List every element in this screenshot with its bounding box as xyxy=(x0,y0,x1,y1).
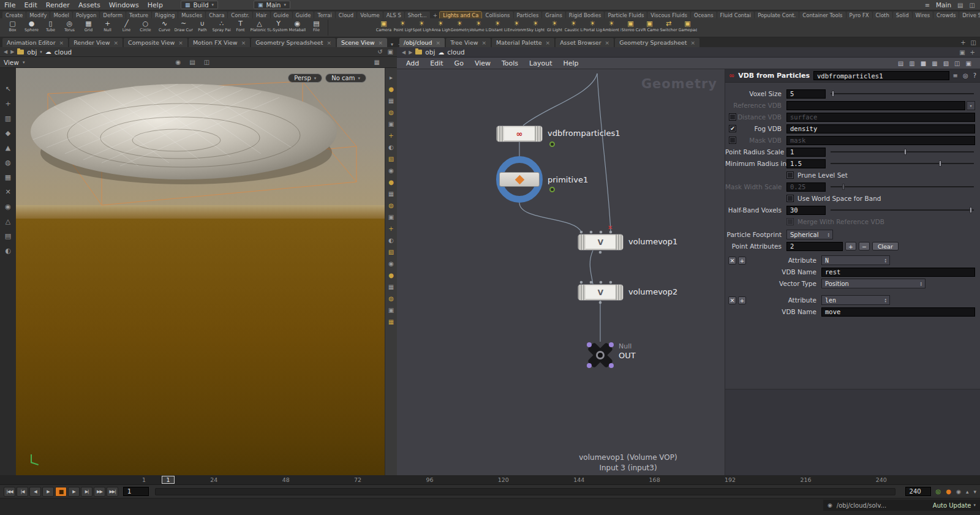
update-mode-selector[interactable]: Auto Update ▾ xyxy=(933,502,976,509)
menubar-item[interactable]: Help xyxy=(143,1,167,9)
shelf-tool[interactable]: ▣ Camera xyxy=(374,18,393,37)
breadcrumb-root[interactable]: obj xyxy=(27,48,37,56)
display-option-icon[interactable]: ▦ xyxy=(388,318,394,325)
desktop-selector[interactable]: ▦ Build ▾ xyxy=(181,1,218,9)
panes-icon[interactable]: ◫ xyxy=(971,39,976,46)
display-option-icon[interactable]: + xyxy=(388,132,393,139)
remove-multiparm-button[interactable]: ✕ xyxy=(728,257,736,265)
network-toolbar-icon[interactable]: ▣ xyxy=(966,60,971,67)
snap-icon[interactable]: ◫ xyxy=(204,59,209,66)
shelf-tab[interactable]: Grains xyxy=(542,12,565,18)
shelf-tab[interactable]: Populate Cont. xyxy=(755,12,799,18)
add-shelf-tab-button[interactable]: + xyxy=(431,12,440,18)
attribute-2-select[interactable]: len ▴▾ xyxy=(821,295,890,305)
minimum-radius-slider[interactable] xyxy=(831,159,975,168)
close-icon[interactable]: × xyxy=(379,40,383,46)
prune-level-set-checkbox[interactable] xyxy=(786,171,794,179)
projection-selector[interactable]: Persp ▾ xyxy=(288,73,322,83)
menubar-item[interactable]: File xyxy=(0,1,20,9)
node-primitive1[interactable] xyxy=(499,172,540,187)
shelf-tool[interactable]: ☀ Ambient Light xyxy=(602,18,621,37)
shelf-tab[interactable]: Model xyxy=(50,12,72,18)
display-flag[interactable] xyxy=(549,141,555,147)
menubar-item[interactable]: Render xyxy=(42,1,74,9)
shelf-tab[interactable]: Volume xyxy=(357,12,383,18)
shelf-tab[interactable]: Create xyxy=(2,12,26,18)
playback-button[interactable]: ▶| xyxy=(81,487,92,497)
shelf-tab[interactable]: Cloth xyxy=(873,12,892,18)
select-mode-icon[interactable]: ▤ xyxy=(189,59,195,66)
display-option-icon[interactable]: ◍ xyxy=(388,202,394,209)
playback-button[interactable]: ▶ xyxy=(68,487,80,497)
shelf-tool[interactable]: ○ Circle xyxy=(136,18,155,37)
add-attribute-button[interactable]: + xyxy=(845,242,856,250)
audio-icon[interactable]: ◉ xyxy=(956,489,961,495)
shelf-tab[interactable]: Collisions xyxy=(482,12,513,18)
mask-vdb-input[interactable]: mask xyxy=(786,136,975,145)
network-menu-item[interactable]: Add xyxy=(401,59,424,67)
scheme-selector[interactable]: ▣ Main ▾ xyxy=(254,1,290,9)
network-menu-item[interactable]: Go xyxy=(449,59,469,67)
playback-button[interactable]: |◀ xyxy=(17,487,28,497)
display-option-icon[interactable]: ● xyxy=(388,179,394,186)
shelf-tool[interactable]: ~ Draw Curve xyxy=(174,18,193,37)
playback-mode-icon[interactable]: ● xyxy=(946,488,951,495)
shelf-tool[interactable]: ∴ Spray Paint xyxy=(212,18,231,37)
display-option-icon[interactable]: ◉ xyxy=(388,260,394,267)
shelf-tab[interactable]: Drive Simula xyxy=(959,12,980,18)
menubar-item[interactable]: Assets xyxy=(74,1,105,9)
viewport-tool-icon[interactable]: ▥ xyxy=(5,115,11,122)
shelf-tool[interactable]: ▢ Box xyxy=(3,18,22,37)
shelf-tab[interactable]: Muscles xyxy=(178,12,205,18)
attribute-1-select[interactable]: N ▴▾ xyxy=(821,255,890,265)
menubar-item[interactable]: Windows xyxy=(105,1,143,9)
panes-icon[interactable]: ◫ xyxy=(970,2,975,9)
pane-tab[interactable]: Asset Browser × xyxy=(556,38,614,47)
shelf-tool[interactable]: ◉ Metaball xyxy=(288,18,307,37)
vdb-name-2-input[interactable]: move xyxy=(821,307,975,317)
insert-multiparm-button[interactable]: + xyxy=(738,257,746,265)
vdb-name-1-input[interactable]: rest xyxy=(821,268,975,277)
shelf-tab[interactable]: Particle Fluids xyxy=(605,12,647,18)
display-option-icon[interactable]: ◐ xyxy=(388,237,394,244)
viewport-tool-icon[interactable]: ◆ xyxy=(6,129,10,137)
shelf-tool[interactable]: ☀ GI Light xyxy=(545,18,564,37)
viewport-tool-icon[interactable]: ↖ xyxy=(5,85,10,93)
display-option-icon[interactable]: ▦ xyxy=(388,190,394,197)
shelf-tab[interactable]: Cloud xyxy=(336,12,356,18)
pane-tab[interactable]: Tree View × xyxy=(446,38,491,47)
insert-multiparm-button[interactable]: + xyxy=(738,296,746,304)
viewport-canvas[interactable]: Persp ▾ No cam ▾ xyxy=(16,68,385,475)
display-option-icon[interactable]: ◐ xyxy=(388,144,394,151)
pane-tab[interactable]: Composite View × xyxy=(124,38,187,47)
use-world-space-checkbox[interactable] xyxy=(786,195,794,202)
viewport-tool-icon[interactable]: ▦ xyxy=(5,173,11,181)
timeline-ruler[interactable]: 124487296120144168192216240 1 xyxy=(0,475,980,485)
remove-multiparm-button[interactable]: ✕ xyxy=(728,296,736,304)
shelf-tool[interactable]: ▦ Grid xyxy=(79,18,98,37)
shelf-tool[interactable]: ▣ Stereo Camera xyxy=(621,18,640,37)
shelf-tool[interactable]: + Null xyxy=(98,18,117,37)
shelf-tool[interactable]: ☀ Environment Light xyxy=(507,18,526,37)
viewport-tool-icon[interactable]: ◍ xyxy=(5,159,11,167)
network-menu-item[interactable]: Layout xyxy=(524,59,557,67)
shelf-tab[interactable]: Lights and Ca xyxy=(440,12,481,18)
playback-button[interactable]: ▶▶| xyxy=(107,487,118,497)
shelf-tool[interactable]: ∪ Path xyxy=(193,18,212,37)
shelf-tab[interactable]: Guide xyxy=(271,12,292,18)
network-toolbar-icon[interactable]: ◫ xyxy=(954,60,960,67)
refresh-icon[interactable]: ↺ xyxy=(377,48,382,55)
layout-grid-icon[interactable]: ▦ xyxy=(374,59,393,66)
close-icon[interactable]: × xyxy=(482,40,487,46)
display-option-icon[interactable]: ◉ xyxy=(388,167,394,174)
forward-icon[interactable]: ▶ xyxy=(409,50,412,55)
breadcrumb-node[interactable]: cloud xyxy=(55,48,72,56)
mask-width-scale-input[interactable]: 0.25 xyxy=(786,182,826,192)
playback-button[interactable]: ◀ xyxy=(29,487,41,497)
shelf-tab[interactable]: Hair xyxy=(253,12,270,18)
menubar-item[interactable]: Edit xyxy=(20,1,41,9)
display-option-icon[interactable]: ◍ xyxy=(388,295,394,302)
merge-reference-checkbox[interactable] xyxy=(786,218,794,225)
shelf-tab[interactable]: Wires xyxy=(913,12,933,18)
current-frame-input[interactable]: 1 xyxy=(123,487,149,496)
